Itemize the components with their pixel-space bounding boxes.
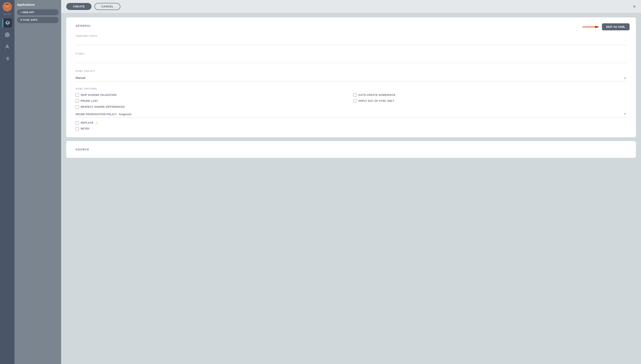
checkbox-skip-schema: SKIP SCHEMA VALIDATION — [76, 93, 349, 97]
main-dialog: CREATE CANCEL ✕ GENERAL EDIT AS YAML — [61, 0, 641, 364]
source-section: SOURCE — [66, 141, 636, 158]
retry-checkbox[interactable] — [76, 127, 79, 130]
replace-checkbox[interactable] — [76, 121, 79, 124]
project-label: Project — [76, 52, 626, 55]
auto-create-ns-label: AUTO-CREATE NAMESPACE — [358, 94, 396, 96]
left-panel-title: Applications — [17, 3, 59, 6]
apply-out-of-sync-label: APPLY OUT OF SYNC ONLY — [358, 100, 395, 102]
sidebar-item-user[interactable] — [3, 42, 12, 51]
sync-options-section: SYNC OPTIONS SKIP SCHEMA VALIDATION AUTO… — [76, 88, 626, 130]
checkbox-retry: RETRY — [76, 127, 626, 130]
checkbox-prune-last: PRUNE LAST — [76, 99, 349, 103]
checkboxes-grid: SKIP SCHEMA VALIDATION AUTO-CREATE NAMES… — [76, 93, 626, 108]
sync-policy-select-wrapper: Manual Automatic ▾ — [76, 74, 626, 82]
sidebar-item-list[interactable] — [3, 54, 12, 63]
sync-policy-select[interactable]: Manual Automatic — [76, 74, 626, 82]
replace-retry-container: REPLACE ⚠ RETRY — [76, 121, 626, 130]
prune-last-label: PRUNE LAST — [81, 100, 98, 102]
svg-point-9 — [7, 34, 8, 36]
app-name-input[interactable] — [76, 39, 626, 45]
new-app-button[interactable]: + NEW APP — [17, 9, 59, 15]
auto-create-ns-checkbox[interactable] — [353, 93, 357, 97]
checkbox-apply-out-of-sync: APPLY OUT OF SYNC ONLY — [353, 99, 626, 103]
sidebar-item-layers[interactable] — [3, 18, 12, 28]
sync-policy-label: SYNC POLICY — [76, 70, 626, 72]
sidebar-version: v2.3.174 — [4, 13, 11, 15]
retry-label: RETRY — [81, 127, 90, 130]
app-name-field: Application Name — [76, 34, 626, 45]
sidebar-nav: v2.3.174 — [0, 0, 15, 364]
prune-propagation-value: foreground — [119, 113, 626, 116]
layers-icon — [5, 20, 10, 25]
sync-apps-button[interactable]: ⟳ SYNC APPS — [17, 17, 59, 23]
sync-options-label: SYNC OPTIONS — [76, 88, 626, 90]
create-button[interactable]: CREATE — [66, 3, 92, 10]
sync-policy-section: SYNC POLICY Manual Automatic ▾ — [76, 70, 626, 82]
prune-propagation-chevron-icon: ▾ — [624, 112, 626, 116]
respect-ignore-label: RESPECT IGNORE DIFFERENCES — [81, 106, 125, 108]
close-button[interactable]: ✕ — [633, 5, 636, 8]
left-panel: Applications + NEW APP ⟳ SYNC APPS — [15, 0, 61, 364]
app-name-label: Application Name — [76, 34, 626, 37]
arrow-icon — [582, 24, 599, 30]
cancel-button[interactable]: CANCEL — [95, 3, 120, 10]
prune-propagation-label: PRUNE PROPAGATION POLICY: — [76, 113, 117, 116]
edit-yaml-button[interactable]: EDIT AS YAML — [602, 23, 629, 30]
replace-label: REPLACE — [81, 121, 94, 124]
svg-marker-8 — [6, 21, 9, 24]
checkbox-auto-create-ns: AUTO-CREATE NAMESPACE — [353, 93, 626, 97]
svg-point-5 — [8, 6, 8, 6]
settings-icon — [5, 32, 10, 37]
project-input[interactable] — [76, 57, 626, 63]
prune-propagation-row: PRUNE PROPAGATION POLICY: foreground ▾ — [76, 113, 626, 118]
svg-point-4 — [6, 6, 7, 6]
avatar — [3, 2, 12, 12]
respect-ignore-checkbox[interactable] — [76, 105, 79, 108]
apply-out-of-sync-checkbox[interactable] — [353, 99, 357, 103]
list-icon — [5, 56, 10, 61]
general-section: GENERAL EDIT AS YAML Application Name — [66, 18, 636, 137]
checkbox-replace: REPLACE ⚠ — [76, 121, 626, 124]
dialog-content: GENERAL EDIT AS YAML Application Name — [61, 13, 641, 364]
svg-point-6 — [5, 5, 6, 6]
sidebar-item-settings[interactable] — [3, 30, 12, 40]
general-title: GENERAL — [76, 24, 626, 27]
user-icon — [5, 44, 10, 49]
arrow-container: EDIT AS YAML — [582, 23, 629, 30]
svg-point-7 — [9, 5, 10, 6]
svg-point-10 — [6, 45, 8, 46]
warning-icon: ⚠ — [95, 121, 98, 124]
prune-last-checkbox[interactable] — [76, 99, 79, 103]
svg-marker-18 — [595, 26, 599, 28]
top-bar: CREATE CANCEL ✕ — [61, 0, 641, 13]
skip-schema-checkbox[interactable] — [76, 93, 79, 97]
project-field: Project — [76, 52, 626, 63]
checkbox-respect-ignore: RESPECT IGNORE DIFFERENCES — [76, 105, 349, 108]
skip-schema-label: SKIP SCHEMA VALIDATION — [81, 94, 117, 96]
avatar-icon — [4, 3, 11, 10]
source-title: SOURCE — [76, 148, 626, 151]
